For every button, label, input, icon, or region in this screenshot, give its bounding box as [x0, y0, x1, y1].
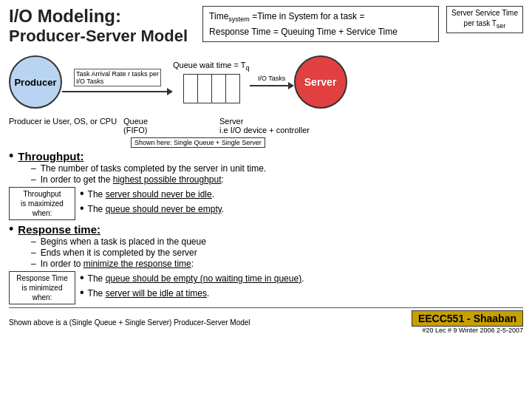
formula-line2: Response Time = Queuing Time + Service T… — [209, 25, 432, 38]
queue-box-2 — [197, 74, 212, 103]
response-sub1: – Begins when a task is placed in the qu… — [31, 236, 523, 247]
title-block: I/O Modeling: Producer-Server Model — [9, 6, 188, 46]
producer-label: Producer — [14, 77, 56, 88]
throughput-sub-bullets: – The number of tasks completed by the s… — [31, 163, 523, 185]
throughput-maximized: Throughput is maximized when: • The serv… — [9, 187, 523, 220]
formula-text1: Timesystem =Time in System for a task = — [209, 11, 364, 21]
queue-box-3 — [211, 74, 226, 103]
server-service-line2: per task Tser — [451, 18, 518, 31]
server-label: Server — [304, 76, 337, 88]
response-sub2: – Ends when it is completed by the serve… — [31, 248, 523, 258]
throughput-title: Throughput: — [18, 150, 83, 163]
shown-badge: Shown here: Single Queue + Single Server — [131, 137, 265, 148]
response-section-title: • Response time: – Begins when a task is… — [9, 222, 523, 269]
producer-desc: Producer ie User, OS, or CPU — [9, 117, 123, 126]
arrow-section: Task Arrival Rate r tasks per I/O Tasks — [62, 69, 173, 95]
footer-row: Shown above is a (Single Queue + Single … — [9, 307, 523, 334]
throughput-max-bullet1: • The server should never be idle. — [80, 187, 523, 200]
response-minimized-bullets: • The queue should be empty (no waiting … — [80, 271, 523, 301]
queue-boxes — [183, 74, 239, 103]
labels-row: Producer ie User, OS, or CPU Queue (FIFO… — [9, 117, 523, 134]
throughput-main: • Throughput: — [9, 149, 523, 163]
diagram-wrapper: Producer Task Arrival Rate r tasks per I… — [9, 49, 523, 147]
footer-left: Shown above is a (Single Queue + Single … — [9, 318, 250, 327]
formula-block: Timesystem =Time in System for a task = … — [202, 6, 439, 42]
response-sidebar: Response Time is minimized when: — [9, 271, 75, 304]
queue-wait-label: Queue wait time = Tq — [173, 61, 250, 72]
throughput-maximized-bullets: • The server should never be idle. • The… — [80, 187, 523, 216]
throughput-max-bullet2: • The queue should never be empty. — [80, 202, 523, 215]
arrow-section2: I/O Tasks — [250, 75, 294, 89]
h-line-left — [62, 91, 167, 92]
server-service-box: Server Service Time per task Tser — [446, 6, 523, 33]
throughput-sidebar: Throughput is maximized when: — [9, 187, 75, 220]
queue-box-1 — [183, 74, 198, 103]
response-main: • Response time: — [9, 222, 523, 236]
throughput-sub1: – The number of tasks completed by the s… — [31, 163, 523, 174]
response-title: Response time: — [18, 223, 100, 236]
arrow-head-right — [288, 82, 294, 89]
header-area: I/O Modeling: Producer-Server Model Time… — [9, 6, 523, 46]
response-minimized: Response Time is minimized when: • The q… — [9, 271, 523, 304]
arrow-line-right — [250, 82, 294, 89]
io-title: I/O Modeling: — [9, 6, 188, 27]
page-info: #20 Lec # 9 Winter 2006 2-5-2007 — [422, 327, 523, 334]
producer-circle: Producer — [9, 55, 62, 109]
throughput-sub2: – In order to get the highest possible t… — [31, 174, 523, 185]
task-arrival-box: Task Arrival Rate r tasks per I/O Tasks — [74, 69, 161, 86]
model-title: Producer-Server Model — [9, 27, 188, 46]
response-dot: • — [9, 222, 13, 236]
throughput-section-title: • Throughput: – The number of tasks comp… — [9, 149, 523, 185]
shown-badge-area: Shown here: Single Queue + Single Server — [123, 136, 523, 147]
queue-section: Queue wait time = Tq — [173, 61, 250, 103]
arrow-line-left — [62, 88, 173, 95]
task-arrival-line1: Task Arrival Rate r tasks per — [76, 70, 159, 78]
server-desc-area: Server i.e I/O device + controller — [219, 117, 523, 134]
queue-box-4 — [225, 74, 240, 103]
response-sub-bullets: – Begins when a task is placed in the qu… — [31, 236, 523, 269]
page: I/O Modeling: Producer-Server Model Time… — [0, 0, 532, 399]
task-arrival-line2: I/O Tasks — [76, 78, 159, 85]
throughput-dot: • — [9, 149, 13, 163]
eecc-badge: EECC551 - Shaaban — [412, 310, 523, 327]
arrow-head-left — [167, 88, 173, 95]
queue-fifo-label: Queue (FIFO) — [123, 117, 219, 134]
diagram-area: Producer Task Arrival Rate r tasks per I… — [9, 49, 523, 115]
response-min-bullet1: • The queue should be empty (no waiting … — [80, 271, 523, 284]
response-min-bullet2: • The server will be idle at times. — [80, 286, 523, 299]
server-service-line1: Server Service Time — [451, 8, 518, 18]
server-circle: Server — [294, 55, 347, 109]
footer-right-block: EECC551 - Shaaban #20 Lec # 9 Winter 200… — [412, 310, 523, 334]
io-tasks-right-label: I/O Tasks — [258, 75, 285, 82]
response-sub3: – In order to minimize the response time… — [31, 259, 523, 269]
h-line-right — [250, 85, 288, 86]
formula-line1: Timesystem =Time in System for a task = — [209, 10, 432, 25]
